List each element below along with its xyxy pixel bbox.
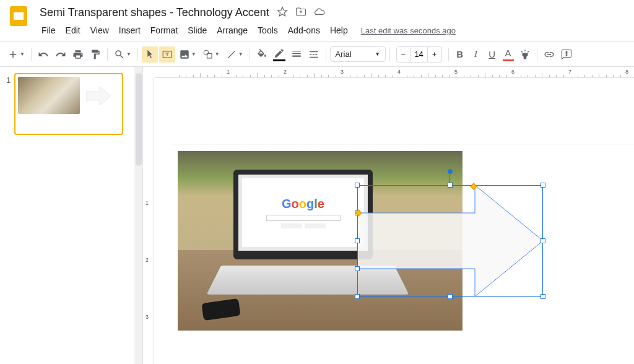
comment-button[interactable]	[558, 46, 575, 63]
sel-handle[interactable]	[448, 294, 453, 299]
underline-button[interactable]: U	[485, 46, 500, 63]
last-edit-label[interactable]: Last edit was seconds ago	[361, 26, 456, 35]
sel-handle[interactable]	[355, 183, 360, 188]
slides-logo[interactable]	[7, 5, 30, 27]
sel-handle[interactable]	[355, 294, 360, 299]
image-button[interactable]: ▼	[176, 46, 199, 63]
slide-number: 1	[6, 73, 11, 85]
google-logo: Google	[282, 197, 324, 211]
menu-slide[interactable]: Slide	[183, 23, 211, 38]
text-color-button[interactable]: A	[501, 46, 516, 63]
menu-format[interactable]: Format	[146, 23, 182, 38]
bold-button[interactable]: B	[453, 46, 467, 63]
menu-tools[interactable]: Tools	[253, 23, 282, 38]
fill-color-button[interactable]	[254, 46, 270, 63]
textbox-tool-button[interactable]	[159, 46, 175, 63]
rotate-handle[interactable]	[448, 169, 453, 174]
shape-handle[interactable]	[355, 266, 360, 271]
horizontal-ruler[interactable]: 123456789	[155, 67, 634, 78]
menu-help[interactable]: Help	[326, 23, 352, 38]
print-button[interactable]	[70, 46, 86, 63]
menu-insert[interactable]: Insert	[115, 23, 145, 38]
italic-button[interactable]: I	[469, 46, 484, 63]
font-size-decrease[interactable]: −	[397, 47, 410, 62]
sel-handle[interactable]	[541, 183, 545, 188]
border-weight-button[interactable]	[289, 46, 305, 63]
font-select[interactable]: Arial▼	[330, 46, 386, 62]
highlight-button[interactable]	[517, 46, 533, 63]
star-icon[interactable]	[277, 6, 288, 19]
new-slide-button[interactable]: ▼	[5, 46, 27, 63]
paint-format-button[interactable]	[87, 46, 103, 63]
shape-button[interactable]: ▼	[200, 46, 222, 63]
svg-rect-1	[14, 12, 24, 20]
redo-button[interactable]	[53, 46, 69, 63]
font-size-increase[interactable]: +	[428, 47, 441, 62]
slide-canvas[interactable]: Google	[172, 145, 634, 364]
svg-point-3	[204, 50, 209, 55]
line-button[interactable]: ▼	[224, 46, 246, 63]
select-tool-button[interactable]	[142, 46, 158, 63]
border-dash-button[interactable]	[306, 46, 322, 63]
zoom-button[interactable]: ▼	[111, 46, 134, 63]
move-icon[interactable]	[295, 6, 306, 19]
sel-handle[interactable]	[541, 294, 545, 299]
doc-title[interactable]: Semi Transparent shapes - Technology Acc…	[37, 5, 272, 20]
vertical-ruler[interactable]: 123	[143, 78, 154, 364]
border-color-button[interactable]	[271, 46, 287, 63]
menu-view[interactable]: View	[86, 23, 113, 38]
arrow-shape[interactable]	[357, 185, 543, 297]
slide-thumbnail[interactable]	[14, 73, 123, 135]
menu-edit[interactable]: Edit	[61, 23, 85, 38]
menu-arrange[interactable]: Arrange	[212, 23, 252, 38]
sel-handle[interactable]	[448, 183, 453, 188]
sel-handle[interactable]	[541, 238, 545, 243]
menu-addons[interactable]: Add-ons	[284, 23, 324, 38]
slide-panel: 1	[0, 67, 134, 364]
cloud-icon[interactable]	[314, 6, 325, 19]
undo-button[interactable]	[35, 46, 51, 63]
link-button[interactable]	[541, 46, 557, 63]
menu-file[interactable]: File	[37, 23, 60, 38]
vertical-scrollbar[interactable]	[134, 67, 143, 364]
font-size-input[interactable]	[410, 47, 428, 62]
sel-handle[interactable]	[355, 238, 360, 243]
